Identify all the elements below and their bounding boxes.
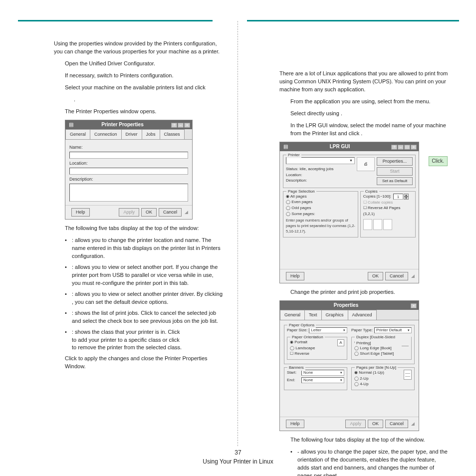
- tab-classes[interactable]: Classes: [160, 129, 185, 139]
- banners-fieldset: Banners Start:None▾ End:None▾: [284, 367, 347, 390]
- cancel-button[interactable]: Cancel: [385, 272, 408, 280]
- ok-button[interactable]: OK: [368, 272, 383, 280]
- minimize-icon[interactable]: –: [178, 123, 184, 128]
- window-controls: ×: [410, 302, 417, 309]
- bullet-connection: •: allows you to view or select another …: [65, 263, 224, 287]
- properties-button[interactable]: Properties...: [377, 157, 413, 166]
- paper-type-dropdown[interactable]: Printer Default▾: [374, 327, 412, 333]
- tab-graphics[interactable]: Graphics: [321, 310, 348, 320]
- close-icon[interactable]: ×: [411, 145, 417, 150]
- bullet-general-text: : allows you to change the printer locat…: [72, 237, 221, 259]
- printer-icon: 🖨: [357, 157, 375, 171]
- orientation-preview-icon: A: [337, 339, 344, 346]
- description-input[interactable]: [69, 184, 188, 202]
- help-icon[interactable]: ?: [171, 123, 177, 128]
- banner-start-dropdown[interactable]: None▾: [301, 370, 344, 376]
- step-2: If necessary, switch to Printers configu…: [65, 72, 224, 80]
- lpr-titlebar: ▤ LPR GUI ?–□×: [280, 142, 419, 152]
- duplex-short-radio[interactable]: Short Edge [Tablet]: [354, 351, 400, 357]
- help-button[interactable]: Help: [71, 208, 90, 217]
- start-button[interactable]: Start: [377, 167, 413, 176]
- help-button[interactable]: Help: [286, 272, 304, 280]
- column-divider: [238, 21, 238, 446]
- duplex-fieldset: Duplex [Double-Sided Printing] None Long…: [351, 337, 412, 360]
- close-a: Click: [65, 355, 78, 361]
- tab-jobs[interactable]: Jobs: [142, 129, 160, 139]
- apply-button[interactable]: Apply: [345, 420, 366, 428]
- portrait-radio[interactable]: Portrait: [290, 339, 335, 345]
- maximize-icon[interactable]: □: [404, 145, 410, 150]
- resize-grip-icon: ◢: [411, 421, 415, 427]
- right-column: There are a lot of Linux applications th…: [279, 70, 449, 476]
- nup-2-radio[interactable]: 2-Up: [354, 376, 402, 382]
- all-pages-radio[interactable]: All pages: [286, 194, 355, 200]
- orientation-fieldset: Paper Orientation Portrait Landscape Rev…: [287, 337, 347, 360]
- copies-fieldset: Copies Copies [1~100]: 1▲▼ Collate copie…: [360, 191, 416, 238]
- description-text: Description:: [286, 178, 355, 184]
- bullet-jobs: •: shows the list of print jobs. Click t…: [65, 309, 224, 325]
- step-3-after: .: [74, 96, 224, 104]
- tabs-intro: The following five tabs display at the t…: [65, 225, 224, 233]
- duplex-long-radio[interactable]: Long Edge [Book]: [354, 345, 400, 351]
- apply-button[interactable]: Apply: [119, 208, 139, 217]
- tab-connection[interactable]: Connection: [90, 129, 122, 139]
- paper-type-label: Paper Type:: [351, 327, 373, 333]
- tab-text[interactable]: Text: [304, 310, 322, 320]
- cancel-button[interactable]: Cancel: [385, 420, 408, 428]
- tab-general[interactable]: General: [65, 129, 90, 139]
- tab-advanced[interactable]: Advanced: [348, 310, 377, 320]
- bullet-connection-text: : allows you to view or select another p…: [72, 264, 218, 286]
- help-icon[interactable]: ?: [391, 145, 397, 150]
- bullet-general: •: allows you to change the printer loca…: [65, 237, 224, 260]
- reverse-checkbox[interactable]: Reverse: [290, 351, 335, 357]
- set-default-button[interactable]: Set as Default: [377, 177, 413, 185]
- copies-label: Copies [1~100]:: [363, 194, 391, 200]
- help-button[interactable]: Help: [286, 420, 304, 428]
- resize-grip-icon: ◢: [411, 273, 415, 279]
- banner-end-dropdown[interactable]: None▾: [301, 377, 344, 383]
- sysmenu-icon: ▤: [282, 143, 289, 151]
- page-selection-legend: Page Selection: [286, 189, 316, 195]
- status-text: Status: Idle, accepting jobs: [286, 166, 355, 172]
- chapter-title: Using Your Printer in Linux: [0, 457, 476, 466]
- bullet-jobs-c: check box to see previous jobs on the jo…: [108, 318, 218, 324]
- lpr-title: LPR GUI: [289, 143, 391, 151]
- some-pages-radio[interactable]: Some pages:: [286, 211, 355, 217]
- ok-button[interactable]: OK: [368, 420, 383, 428]
- bullet-driver: •: allows you to view or select another …: [65, 290, 224, 306]
- paper-options-fieldset: Paper Options Paper Size:Letter▾ Paper T…: [284, 325, 415, 364]
- tab-driver[interactable]: Driver: [121, 129, 142, 139]
- reverse-checkbox[interactable]: Reverse All Pages (3,2,1): [363, 205, 413, 217]
- step-4: The Printer Properties window opens.: [65, 108, 224, 116]
- close-b: to apply the changes and close the Print…: [65, 355, 208, 369]
- close-icon[interactable]: ×: [184, 123, 190, 128]
- description-label: Description:: [69, 176, 188, 183]
- step-1: Open the Unified Driver Configurator.: [65, 60, 224, 68]
- printer-dropdown[interactable]: ▼: [286, 157, 355, 164]
- copies-spinner[interactable]: 1▲▼: [393, 194, 409, 200]
- paper-size-dropdown[interactable]: Letter▾: [309, 327, 347, 333]
- right-step2: Select directly using .: [290, 110, 449, 118]
- collate-checkbox[interactable]: Collate copies: [363, 200, 413, 206]
- ok-button[interactable]: OK: [141, 208, 157, 217]
- paper-size-label: Paper Size:: [287, 327, 307, 333]
- name-input[interactable]: [69, 152, 188, 159]
- landscape-radio[interactable]: Landscape: [290, 345, 335, 351]
- close-icon[interactable]: ×: [411, 303, 417, 308]
- page-hint: Enter page numbers and/or groups of page…: [286, 218, 355, 235]
- tab-general[interactable]: General: [280, 310, 305, 320]
- location-input[interactable]: [69, 168, 188, 175]
- page-number: 37: [0, 448, 476, 457]
- odd-pages-radio[interactable]: Odd pages: [286, 205, 355, 211]
- even-pages-radio[interactable]: Even pages: [286, 199, 355, 205]
- step-3-text: Select your machine on the available pri…: [65, 84, 206, 90]
- nup-1-radio[interactable]: Normal (1-Up): [354, 370, 402, 376]
- banner-end-label: End:: [287, 377, 300, 383]
- right-step3: In the LPR GUI window, select the model …: [290, 122, 449, 138]
- prop-body: Paper Options Paper Size:Letter▾ Paper T…: [280, 320, 419, 417]
- nup-4-radio[interactable]: 4-Up: [354, 381, 402, 387]
- cancel-button[interactable]: Cancel: [159, 208, 182, 217]
- left-column: Using the properties window provided by …: [54, 40, 224, 375]
- duplex-legend: Duplex [Double-Sided Printing]: [355, 334, 411, 346]
- minimize-icon[interactable]: –: [398, 145, 404, 150]
